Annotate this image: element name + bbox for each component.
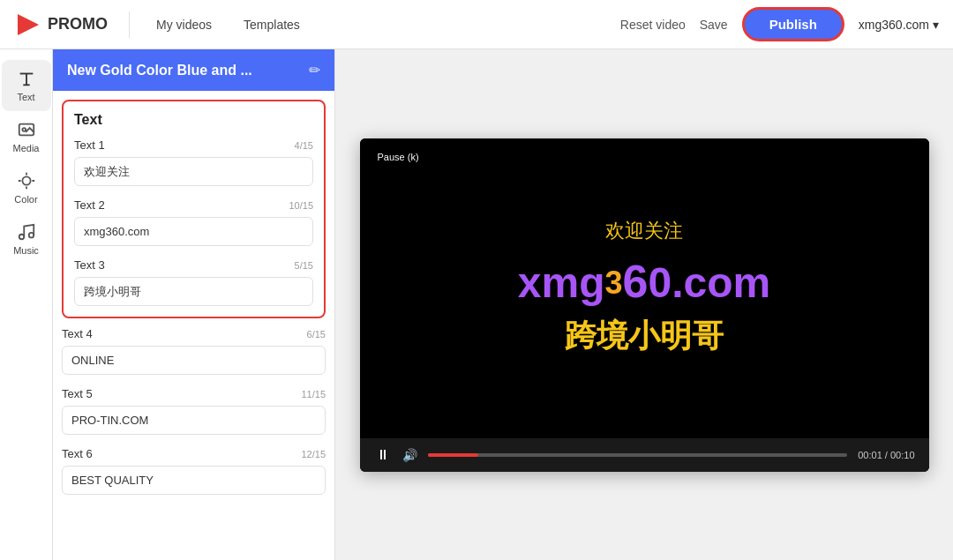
text-section-box: Text Text 1 4/15 Text 2 10/15: [62, 100, 326, 318]
user-label: xmg360.com: [859, 18, 929, 32]
text2-count: 10/15: [289, 200, 313, 211]
panel-title: New Gold Color Blue and ...: [67, 63, 252, 78]
progress-bar[interactable]: [428, 453, 848, 457]
edit-icon[interactable]: ✏: [309, 62, 320, 78]
text5-label: Text 5: [62, 387, 93, 400]
text6-input[interactable]: [62, 466, 326, 495]
text-field-group-2: Text 2 10/15: [74, 198, 313, 246]
video-controls: ⏸ 🔊 00:01 / 00:10: [360, 438, 929, 472]
app-header: PROMO My videos Templates Reset video Sa…: [0, 0, 953, 49]
text-field-group-3: Text 3 5/15: [74, 258, 313, 306]
text2-input[interactable]: [74, 217, 313, 246]
time-display: 00:01 / 00:10: [858, 450, 914, 460]
svg-point-6: [22, 176, 30, 184]
text-field-group-1: Text 1 4/15: [74, 138, 313, 186]
pause-badge: Pause (k): [371, 149, 426, 165]
time-total: 00:10: [890, 450, 915, 460]
text1-input[interactable]: [74, 157, 313, 186]
svg-marker-0: [18, 14, 39, 35]
text4-count: 6/15: [307, 329, 326, 340]
video-line1: 欢迎关注: [605, 218, 683, 244]
text4-input[interactable]: [62, 346, 326, 375]
video-container: Pause (k) 欢迎关注 xmg360.com 跨境小明哥 ⏸ 🔊 00:0…: [360, 138, 929, 472]
text3-count: 5/15: [295, 260, 313, 271]
svg-point-5: [22, 128, 26, 131]
reset-video-button[interactable]: Reset video: [620, 18, 686, 32]
text-tool-label: Text: [17, 92, 34, 102]
templates-link[interactable]: Templates: [238, 14, 305, 35]
sidebar-icons: Text Media Color Music: [0, 49, 53, 560]
panel-header: New Gold Color Blue and ... ✏: [53, 49, 334, 91]
time-current: 00:01: [858, 450, 882, 460]
text4-label: Text 4: [62, 327, 93, 340]
logo: PROMO: [14, 11, 108, 39]
sidebar-item-color[interactable]: Color: [2, 162, 51, 213]
sidebar-item-media[interactable]: Media: [2, 111, 51, 162]
pause-button[interactable]: ⏸: [374, 445, 392, 465]
video-screen: Pause (k) 欢迎关注 xmg360.com 跨境小明哥: [360, 138, 929, 438]
save-button[interactable]: Save: [700, 18, 728, 32]
svg-point-7: [19, 235, 24, 240]
my-videos-link[interactable]: My videos: [151, 14, 217, 35]
text5-input[interactable]: [62, 406, 326, 435]
main-content: Text Media Color Music: [0, 49, 953, 560]
text1-label: Text 1: [74, 138, 105, 152]
text-field-group-6: Text 6 12/15: [62, 447, 326, 495]
text3-label: Text 3: [74, 258, 105, 272]
progress-fill: [428, 453, 478, 457]
color-tool-label: Color: [14, 194, 37, 205]
svg-point-8: [28, 233, 34, 238]
user-chevron-icon: ▾: [933, 18, 939, 32]
text5-count: 11/15: [301, 389, 326, 399]
color-icon: [17, 171, 36, 190]
header-actions: Reset video Save Publish xmg360.com ▾: [620, 7, 939, 41]
text3-input[interactable]: [74, 277, 313, 306]
nav-divider: [129, 11, 130, 38]
text-field-group-4: Text 4 6/15: [62, 327, 326, 375]
publish-button[interactable]: Publish: [742, 7, 844, 41]
sidebar-item-music[interactable]: Music: [2, 213, 51, 265]
music-tool-label: Music: [13, 245, 39, 256]
promo-logo-icon: [14, 11, 42, 39]
text6-label: Text 6: [62, 447, 93, 460]
video-area: Pause (k) 欢迎关注 xmg360.com 跨境小明哥 ⏸ 🔊 00:0…: [335, 49, 953, 560]
text-panel: New Gold Color Blue and ... ✏ Text Text …: [53, 49, 335, 560]
text2-label: Text 2: [74, 198, 105, 212]
media-tool-label: Media: [13, 143, 40, 153]
media-icon: [17, 120, 36, 139]
text-icon: [17, 69, 36, 88]
text-field-group-5: Text 5 11/15: [62, 387, 326, 435]
sidebar-item-text[interactable]: Text: [2, 60, 51, 111]
music-icon: [17, 222, 36, 242]
volume-icon[interactable]: 🔊: [402, 448, 417, 462]
video-line3: 跨境小明哥: [565, 315, 724, 358]
video-line2: xmg360.com: [518, 255, 770, 308]
text1-count: 4/15: [295, 140, 313, 151]
text-section-title: Text: [74, 112, 313, 128]
text6-count: 12/15: [301, 449, 326, 459]
logo-text: PROMO: [48, 15, 108, 34]
panel-content: Text Text 1 4/15 Text 2 10/15: [53, 91, 334, 560]
user-menu[interactable]: xmg360.com ▾: [859, 18, 939, 32]
